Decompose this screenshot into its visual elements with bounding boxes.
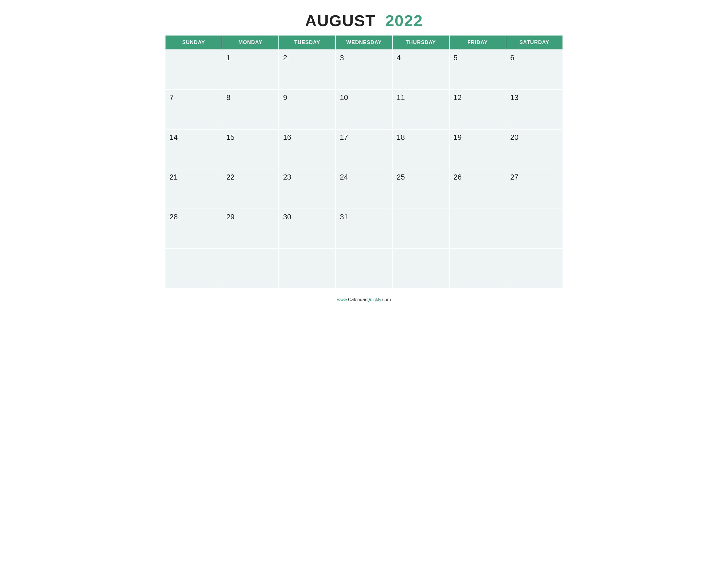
calendar-cell [506, 249, 563, 288]
calendar-cell [449, 249, 506, 288]
calendar-cell: 13 [506, 90, 563, 129]
footer-com: .com [381, 297, 391, 302]
day-number: 8 [226, 93, 230, 102]
footer-calendar: Calendar [348, 297, 367, 302]
day-number: 23 [283, 173, 291, 181]
calendar-week-row: 14151617181920 [165, 129, 563, 169]
calendar-cell: 18 [392, 129, 449, 169]
calendar-cell [336, 249, 392, 288]
calendar-cell [392, 249, 449, 288]
calendar-cell [506, 209, 563, 249]
calendar-week-row: 21222324252627 [165, 169, 563, 209]
header-saturday: SATURDAY [506, 35, 563, 50]
calendar-cell: 22 [222, 169, 279, 209]
calendar-week-row: 78910111213 [165, 90, 563, 129]
header-tuesday: TUESDAY [279, 35, 336, 50]
calendar-cell: 19 [449, 129, 506, 169]
calendar-cell: 7 [165, 90, 222, 129]
day-number: 12 [454, 93, 462, 102]
calendar-cell [279, 249, 336, 288]
day-number: 2 [283, 53, 287, 62]
calendar-week-row: 28293031 [165, 209, 563, 249]
day-number: 11 [397, 93, 405, 102]
calendar-cell [222, 249, 279, 288]
calendar-cell [165, 249, 222, 288]
calendar-cell: 5 [449, 50, 506, 90]
day-number: 10 [340, 93, 348, 102]
calendar-year: 2022 [385, 12, 423, 30]
day-number: 4 [397, 53, 401, 62]
days-of-week-row: SUNDAY MONDAY TUESDAY WEDNESDAY THURSDAY… [165, 35, 563, 50]
day-number: 3 [340, 53, 344, 62]
calendar-header: SUNDAY MONDAY TUESDAY WEDNESDAY THURSDAY… [165, 35, 563, 50]
header-monday: MONDAY [222, 35, 279, 50]
calendar-body: 1234567891011121314151617181920212223242… [165, 50, 563, 288]
calendar-cell: 15 [222, 129, 279, 169]
header-sunday: SUNDAY [165, 35, 222, 50]
calendar-cell: 16 [279, 129, 336, 169]
calendar-cell: 24 [336, 169, 392, 209]
calendar-cell: 26 [449, 169, 506, 209]
calendar-cell: 21 [165, 169, 222, 209]
calendar-cell: 28 [165, 209, 222, 249]
day-number: 27 [510, 173, 518, 181]
header-thursday: THURSDAY [392, 35, 449, 50]
calendar-week-row: 123456 [165, 50, 563, 90]
calendar-cell: 12 [449, 90, 506, 129]
day-number: 17 [340, 133, 348, 142]
day-number: 14 [169, 133, 178, 142]
day-number: 13 [510, 93, 518, 102]
calendar-cell [392, 209, 449, 249]
day-number: 26 [454, 173, 462, 181]
calendar-cell: 31 [336, 209, 392, 249]
calendar-cell: 6 [506, 50, 563, 90]
calendar-cell: 10 [336, 90, 392, 129]
calendar-cell: 11 [392, 90, 449, 129]
day-number: 24 [340, 173, 348, 181]
day-number: 6 [510, 53, 514, 62]
calendar-cell: 27 [506, 169, 563, 209]
calendar-month: AUGUST [305, 12, 376, 30]
calendar-cell: 20 [506, 129, 563, 169]
calendar-week-row [165, 249, 563, 288]
day-number: 30 [283, 213, 291, 221]
day-number: 19 [454, 133, 462, 142]
calendar-container: AUGUST 2022 SUNDAY MONDAY TUESDAY WEDNES… [165, 11, 563, 302]
header-wednesday: WEDNESDAY [336, 35, 392, 50]
footer-quickly: Quickly [367, 297, 381, 302]
day-number: 25 [397, 173, 405, 181]
calendar-cell [165, 50, 222, 90]
day-number: 21 [169, 173, 178, 181]
day-number: 31 [340, 213, 348, 221]
day-number: 7 [169, 93, 173, 102]
footer-www: www. [337, 297, 348, 302]
day-number: 22 [226, 173, 235, 181]
calendar-cell: 23 [279, 169, 336, 209]
day-number: 18 [397, 133, 405, 142]
calendar-title: AUGUST 2022 [165, 11, 563, 30]
day-number: 28 [169, 213, 178, 221]
day-number: 16 [283, 133, 291, 142]
calendar-cell: 3 [336, 50, 392, 90]
calendar-cell: 9 [279, 90, 336, 129]
calendar-cell: 17 [336, 129, 392, 169]
calendar-cell: 14 [165, 129, 222, 169]
calendar-cell: 30 [279, 209, 336, 249]
header-friday: FRIDAY [449, 35, 506, 50]
day-number: 5 [454, 53, 458, 62]
calendar-cell: 29 [222, 209, 279, 249]
calendar-cell: 2 [279, 50, 336, 90]
day-number: 15 [226, 133, 235, 142]
calendar-cell: 1 [222, 50, 279, 90]
calendar-cell: 25 [392, 169, 449, 209]
calendar-grid: SUNDAY MONDAY TUESDAY WEDNESDAY THURSDAY… [165, 35, 563, 289]
day-number: 9 [283, 93, 287, 102]
day-number: 20 [510, 133, 518, 142]
calendar-cell: 8 [222, 90, 279, 129]
calendar-cell [449, 209, 506, 249]
footer: www.CalendarQuickly.com [165, 297, 563, 302]
day-number: 29 [226, 213, 235, 221]
calendar-cell: 4 [392, 50, 449, 90]
day-number: 1 [226, 53, 230, 62]
